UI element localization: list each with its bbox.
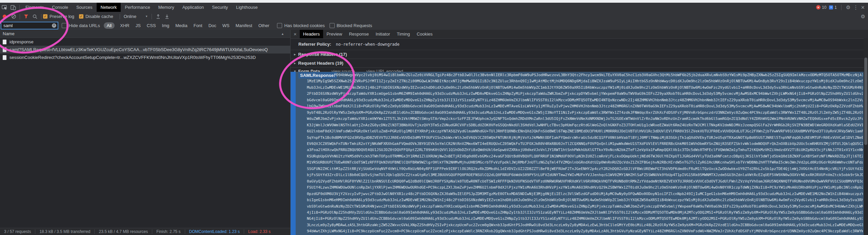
close-devtools-icon[interactable]: × <box>861 4 865 10</box>
request-detail-panel: × HeadersPreviewResponseInitiatorTimingC… <box>291 30 868 235</box>
request-headers-section[interactable]: ▸ Request Headers (19) <box>291 59 868 67</box>
response-headers-label: Response Headers (17) <box>298 52 347 57</box>
disable-cache-checkbox[interactable]: ✓ <box>79 14 83 19</box>
error-count-badge[interactable]: × 10 <box>816 5 826 10</box>
main-tab-strip: ElementsConsoleSourcesNetworkPerformance… <box>21 3 262 12</box>
clear-requests-icon[interactable] <box>9 12 18 21</box>
filter-type-css[interactable]: CSS <box>147 23 156 28</box>
tab-memory[interactable]: Memory <box>154 3 178 12</box>
tab-network[interactable]: Network <box>97 3 121 12</box>
network-status-bar: 3 / 57 requests18.3 kB / 3.5 MB transfer… <box>0 228 290 235</box>
search-icon[interactable] <box>31 12 39 21</box>
export-har-icon[interactable] <box>162 12 171 21</box>
filter-type-manifest[interactable]: Manifest <box>236 23 252 28</box>
base64-line: bjFsSUtYd3ZrcDlLc1lBb0dCQU5vSjhmTUlJQklq… <box>307 172 863 178</box>
name-column-header[interactable]: Name ▲ <box>0 30 290 38</box>
console-message-badge[interactable]: ≡ 1 <box>829 5 837 10</box>
referrer-policy-label: Referrer Policy: <box>298 42 331 47</box>
status-item: 23.5 kB / 4.7 MB resources <box>94 229 152 234</box>
more-options-icon[interactable]: ⋮ <box>853 5 858 10</box>
filter-type-other[interactable]: Other <box>258 23 270 28</box>
request-row[interactable]: sessionCookieRedirect?checkAccountSetupC… <box>0 54 290 61</box>
base64-line: 0aGVyQ2VydFZhbHVlRGF0YVNlZ21lbnRNSUlEcUR… <box>307 178 863 185</box>
detail-tabs-container: HeadersPreviewResponseInitiatorTimingCoo… <box>300 30 436 38</box>
message-icon: ≡ <box>829 5 833 9</box>
tab-security[interactable]: Security <box>208 3 232 12</box>
base64-line: 6U2lnbmF0dXJlVmFsdWU+PGRzOktleUluZm8+PGR… <box>307 128 863 134</box>
status-item: 3 / 57 requests <box>0 229 35 234</box>
base64-line: SSGFUN2ZHCithM1pZZStRRjVjSUdGeVdqNVF4VWt… <box>307 166 863 172</box>
devtools-tab-bar: ElementsConsoleSourcesNetworkPerformance… <box>0 3 868 12</box>
detail-scrollbar[interactable] <box>864 38 868 235</box>
base64-line: 5qYnpFTk1Bc0dBMVVFQ2d3RVQydDBZVEVVTUJJR0… <box>307 135 863 141</box>
base64-line: 9ybT48L2RzOlRyYW5zZm9ybXM+PGRzOkRpZ2VzdE… <box>307 110 863 116</box>
detail-tab-timing[interactable]: Timing <box>393 30 413 38</box>
tab-bar-right-controls: × 10 ≡ 1 ⚙ ⋮ × <box>816 4 868 10</box>
close-detail-icon[interactable]: × <box>291 31 300 37</box>
tab-console[interactable]: Console <box>48 3 72 12</box>
tab-performance[interactable]: Performance <box>121 3 154 12</box>
chevron-down-icon: ▼ <box>145 15 148 18</box>
scrollbar-thumb[interactable] <box>864 58 867 145</box>
filter-type-js[interactable]: JS <box>136 23 141 28</box>
blocked-requests-label: Blocked Requests <box>337 23 372 28</box>
detail-tab-initiator[interactable]: Initiator <box>372 30 394 38</box>
import-har-icon[interactable] <box>154 12 162 21</box>
settings-gear-icon[interactable]: ⚙ <box>846 5 850 10</box>
detail-tab-headers[interactable]: Headers <box>300 30 323 38</box>
error-count: 10 <box>822 5 826 10</box>
tab-application[interactable]: Application <box>178 3 208 12</box>
filter-type-img[interactable]: Img <box>162 23 170 28</box>
blocked-requests-checkbox[interactable] <box>330 23 335 28</box>
response-headers-section[interactable]: ▸ Response Headers (17) <box>291 50 868 59</box>
filter-type-doc[interactable]: Doc <box>209 23 216 28</box>
base64-line: NG4jIi8+PGRzOlNpZ25hdHVyZU1ldGhvZCBBbGdv… <box>307 216 863 222</box>
base64-line: biIgeG1sbnM6eHM9Imh0dHA6Ly93d3cudzMub3Jn… <box>307 197 863 203</box>
hide-data-urls-checkbox[interactable] <box>62 23 67 28</box>
referrer-policy-row: Referrer Policy: no-referrer-when-downgr… <box>291 39 868 50</box>
request-row[interactable]: idpresponse <box>0 38 290 46</box>
throttling-dropdown[interactable]: Online ▼ <box>124 14 148 19</box>
network-settings-gear-icon[interactable]: ⚙ <box>861 14 865 19</box>
tab-sources[interactable]: Sources <box>72 3 97 12</box>
window-edge <box>0 0 868 3</box>
divider <box>20 14 20 19</box>
request-name: saml?SAMLRequest=fVLLbtswELz3KwTeKVGUZcu… <box>9 47 268 52</box>
base64-line: WduZWRJbmZvPjxkczpTaWduYXR1cmVWYWx1ZT5TL… <box>307 116 863 122</box>
preserve-log-label: Preserve log <box>50 14 74 19</box>
chevron-right-icon: ▸ <box>294 61 296 65</box>
status-item: Finish: 2.75 s <box>152 229 184 234</box>
filter-type-media[interactable]: Media <box>175 23 187 28</box>
filter-type-ws[interactable]: WS <box>222 23 230 28</box>
detail-tab-preview[interactable]: Preview <box>323 30 346 38</box>
base64-line: EV6QVJCZ05WQkFnTUNrTmhiR2xtYjNKdWFXRXhGa… <box>307 141 863 147</box>
filter-input[interactable] <box>1 22 58 29</box>
base64-line: FSU1Y4LzwvZHM6WDUwOUNlcnRpZmljYXRlPjwvZH… <box>307 185 863 191</box>
filter-type-xhr[interactable]: XHR <box>120 23 129 28</box>
tab-lighthouse[interactable]: Lighthouse <box>232 3 262 12</box>
filter-funnel-icon[interactable] <box>22 12 31 21</box>
referrer-policy-value: no-referrer-when-downgrade <box>336 42 399 47</box>
filter-type-font[interactable]: Font <box>194 23 202 28</box>
base64-line: vbS9leGtwdnRuNzNyZDZtTW1GMzR4Njwvc2FtbDI… <box>307 204 863 210</box>
base64-line: 94bWwtZXhjLWMxNG4jIi8+PC9kczpUcmFuc2Zvcm… <box>307 228 863 234</box>
base64-line: M1VRSURBUUFCTUEwR0NTcUdTSWIzRFFFQkN3VUFB… <box>307 159 863 166</box>
preserve-log-checkbox[interactable]: ✓ <box>43 14 47 19</box>
detail-tab-cookies[interactable]: Cookies <box>413 30 436 38</box>
hide-data-urls-label: Hide data URLs <box>69 23 100 28</box>
detail-tab-response[interactable]: Response <box>346 30 372 38</box>
divider <box>19 5 20 10</box>
clear-filter-icon[interactable]: × <box>52 23 56 28</box>
inspect-element-icon[interactable] <box>0 3 9 12</box>
device-toolbar-icon[interactable] <box>9 3 18 12</box>
request-type-filter-strip: AllXHRJSCSSImgMediaFontDocWSManifestOthe… <box>101 22 273 29</box>
request-row[interactable]: saml?SAMLRequest=fVLLbtswELz3KwTeKVGUZcu… <box>0 46 290 54</box>
has-blocked-cookies-checkbox[interactable] <box>277 23 282 28</box>
filter-type-all[interactable]: All <box>104 22 115 29</box>
tab-elements[interactable]: Elements <box>21 3 48 12</box>
chevron-right-icon: ▸ <box>294 52 296 57</box>
record-button[interactable] <box>3 15 6 18</box>
saml-response-value[interactable]: SAMLResponse: PD94bWwgdmVyc2lvbj0iMS4wIi… <box>291 72 864 235</box>
request-name: sessionCookieRedirect?checkAccountSetupC… <box>9 55 256 60</box>
file-icon <box>3 55 6 60</box>
